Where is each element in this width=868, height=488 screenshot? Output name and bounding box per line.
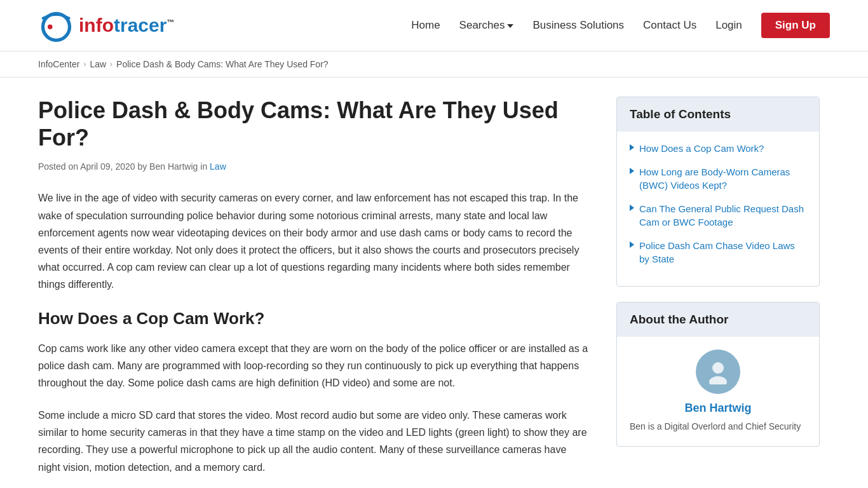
section1-para2: Some include a micro SD card that stores…: [38, 407, 591, 476]
logo-icon: [38, 6, 76, 44]
toc-item-2: How Long are Body-Worn Cameras (BWC) Vid…: [630, 165, 806, 192]
article-body: We live in the age of video with securit…: [38, 189, 591, 475]
toc-item-3: Can The General Public Request Dash Cam …: [630, 202, 806, 229]
nav-contact-us[interactable]: Contact Us: [643, 19, 696, 32]
toc-item-1: How Does a Cop Cam Work?: [630, 142, 806, 155]
author-box: About the Author Ben Hartwig Ben is a Di…: [616, 302, 820, 447]
svg-point-3: [712, 362, 724, 374]
breadcrumb-law[interactable]: Law: [90, 59, 106, 69]
toc-body: How Does a Cop Cam Work? How Long are Bo…: [617, 132, 819, 286]
article-meta: Posted on April 09, 2020 by Ben Hartwig …: [38, 161, 591, 172]
logo[interactable]: infotracer™: [38, 6, 174, 44]
author-box-body: Ben Hartwig Ben is a Digital Overlord an…: [617, 337, 819, 446]
article-title: Police Dash & Body Cams: What Are They U…: [38, 97, 591, 151]
section1-heading: How Does a Cop Cam Work?: [38, 309, 591, 329]
toc-chevron-icon-2: [630, 168, 634, 174]
toc-item-4: Police Dash Cam Chase Video Laws by Stat…: [630, 239, 806, 266]
login-button[interactable]: Login: [715, 19, 742, 32]
toc-list: How Does a Cop Cam Work? How Long are Bo…: [630, 142, 806, 266]
toc-link-2[interactable]: How Long are Body-Worn Cameras (BWC) Vid…: [639, 165, 806, 192]
author-bio: Ben is a Digital Overlord and Chief Secu…: [630, 420, 806, 433]
breadcrumb-sep-2: ›: [110, 60, 112, 69]
sidebar: Table of Contents How Does a Cop Cam Wor…: [616, 97, 820, 488]
svg-point-2: [48, 25, 53, 30]
breadcrumb-current: Police Dash & Body Cams: What Are They U…: [116, 59, 329, 69]
logo-text: infotracer™: [79, 16, 174, 35]
toc-chevron-icon-3: [630, 205, 634, 211]
toc-header: Table of Contents: [617, 97, 819, 132]
article-category-link[interactable]: Law: [210, 161, 226, 172]
svg-point-4: [709, 376, 727, 384]
author-name: Ben Hartwig: [630, 402, 806, 415]
content-area: Police Dash & Body Cams: What Are They U…: [38, 97, 591, 488]
main-container: Police Dash & Body Cams: What Are They U…: [0, 78, 868, 488]
breadcrumb-infocenter[interactable]: InfoCenter: [38, 59, 79, 69]
section1-para1: Cop cams work like any other video camer…: [38, 340, 591, 392]
nav-home[interactable]: Home: [411, 19, 440, 32]
toc-link-1[interactable]: How Does a Cop Cam Work?: [639, 142, 764, 155]
author-box-header: About the Author: [617, 302, 819, 337]
toc-box: Table of Contents How Does a Cop Cam Wor…: [616, 97, 820, 287]
toc-link-3[interactable]: Can The General Public Request Dash Cam …: [639, 202, 806, 229]
nav-business-solutions[interactable]: Business Solutions: [532, 19, 624, 32]
toc-link-4[interactable]: Police Dash Cam Chase Video Laws by Stat…: [639, 239, 806, 266]
main-nav: Home Searches Business Solutions Contact…: [411, 13, 830, 38]
site-header: infotracer™ Home Searches Business Solut…: [0, 0, 868, 51]
nav-searches[interactable]: Searches: [459, 19, 514, 32]
toc-chevron-icon-4: [630, 241, 634, 248]
article-intro: We live in the age of video with securit…: [38, 189, 591, 293]
searches-chevron-icon: [507, 24, 513, 28]
breadcrumb-sep-1: ›: [83, 60, 86, 69]
author-avatar: [696, 349, 740, 394]
signup-button[interactable]: Sign Up: [761, 13, 830, 38]
breadcrumb: InfoCenter › Law › Police Dash & Body Ca…: [0, 51, 868, 78]
toc-chevron-icon-1: [630, 144, 634, 151]
